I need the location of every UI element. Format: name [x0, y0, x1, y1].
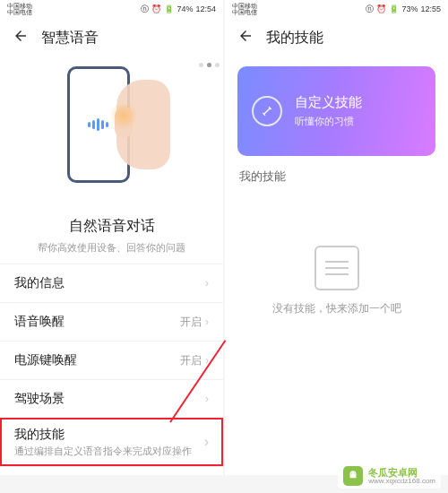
battery-icon: 🔋 — [389, 4, 399, 13]
menu-item-driving[interactable]: 驾驶场景 › — [0, 379, 223, 418]
menu-item-voice-wake[interactable]: 语音唤醒 开启› — [0, 302, 223, 341]
carrier-1: 中国移动 — [232, 3, 257, 9]
hero-title: 自然语音对话 — [0, 217, 223, 236]
menu-item-my-info[interactable]: 我的信息 › — [0, 264, 223, 302]
time: 12:55 — [420, 4, 441, 13]
back-icon[interactable] — [237, 28, 254, 48]
watermark: 冬瓜安卓网 www.xqxcdz168.com — [338, 463, 441, 489]
page-dots — [199, 63, 220, 67]
carrier-2: 中国电信 — [232, 9, 257, 15]
menu-value: 开启 — [180, 353, 202, 368]
time: 12:54 — [195, 4, 216, 13]
menu-item-voice-call[interactable]: 语音控制呼叫 › — [0, 466, 223, 475]
hero-subtitle: 帮你高效使用设备、回答你的问题 — [11, 241, 212, 255]
watermark-url: www.xqxcdz168.com — [368, 478, 435, 486]
chevron-right-icon: › — [204, 434, 209, 450]
custom-skill-card[interactable]: 自定义技能 听懂你的习惯 — [237, 66, 435, 156]
watermark-title: 冬瓜安卓网 — [368, 467, 435, 478]
status-bar: 中国移动 中国电信 ⓝ ⏰ 🔋 73% 12:55 — [225, 0, 448, 18]
battery-pct: 74% — [177, 4, 193, 13]
svg-point-1 — [354, 473, 355, 474]
header: 我的技能 — [225, 18, 448, 57]
battery-icon: 🔋 — [164, 4, 174, 13]
menu-value: 开启 — [180, 315, 202, 330]
back-icon[interactable] — [13, 28, 29, 48]
empty-text: 没有技能，快来添加一个吧 — [272, 301, 401, 316]
menu-description: 通过编排自定义语音指令来完成对应操作 — [14, 445, 204, 457]
menu-item-power-wake[interactable]: 电源键唤醒 开启› — [0, 341, 223, 379]
chevron-right-icon: › — [205, 277, 209, 290]
screen-my-skills: 中国移动 中国电信 ⓝ ⏰ 🔋 73% 12:55 我的技能 自定义技能 — [225, 0, 448, 475]
menu-label: 语音唤醒 — [14, 314, 65, 330]
carrier-1: 中国移动 — [7, 3, 32, 9]
chevron-right-icon: › — [205, 393, 209, 405]
section-label: 我的技能 — [225, 165, 448, 192]
menu-item-my-skills[interactable]: 我的技能 通过编排自定义语音指令来完成对应操作 › — [0, 418, 223, 466]
chevron-right-icon: › — [205, 316, 209, 328]
voice-wave-icon — [88, 118, 108, 131]
empty-state: 没有技能，快来添加一个吧 — [225, 246, 448, 316]
status-bar: 中国移动 中国电信 ⓝ ⏰ 🔋 74% 12:54 — [0, 0, 223, 18]
document-icon — [314, 246, 359, 290]
nfc-icon: ⓝ — [366, 4, 374, 15]
carrier-2: 中国电信 — [7, 9, 32, 15]
page-title: 我的技能 — [266, 29, 323, 48]
svg-point-0 — [351, 473, 352, 474]
alarm-icon: ⏰ — [151, 4, 161, 13]
alarm-icon: ⏰ — [376, 4, 386, 13]
card-title: 自定义技能 — [295, 94, 362, 111]
magic-wand-icon — [252, 96, 282, 126]
menu-label: 我的信息 — [14, 275, 65, 291]
hero-illustration — [0, 57, 223, 210]
menu-label: 驾驶场景 — [14, 391, 65, 407]
card-subtitle: 听懂你的习惯 — [295, 115, 362, 128]
menu-label: 我的技能 — [14, 427, 204, 443]
battery-pct: 73% — [401, 4, 418, 13]
menu-label: 电源键唤醒 — [14, 352, 77, 368]
page-title: 智慧语音 — [41, 29, 99, 48]
header: 智慧语音 — [0, 18, 223, 57]
screen-voice-assistant: 中国移动 中国电信 ⓝ ⏰ 🔋 74% 12:54 智慧语音 — [0, 0, 223, 475]
nfc-icon: ⓝ — [141, 4, 149, 15]
android-icon — [343, 466, 363, 486]
